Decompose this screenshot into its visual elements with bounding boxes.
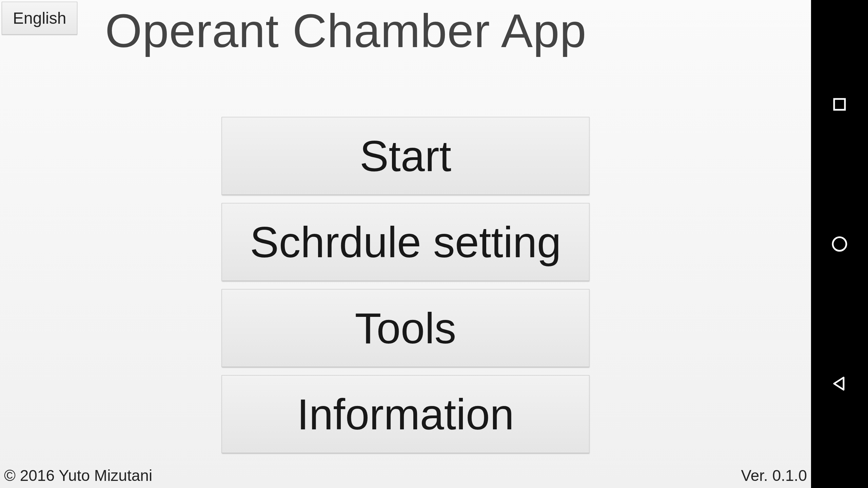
back-icon[interactable] — [830, 374, 849, 393]
android-nav-bar — [811, 0, 868, 488]
start-button[interactable]: Start — [222, 117, 590, 195]
footer: © 2016 Yuto Mizutani Ver. 0.1.0 — [4, 466, 807, 485]
recent-apps-icon[interactable] — [830, 95, 849, 114]
svg-point-1 — [833, 237, 846, 251]
schedule-setting-button[interactable]: Schrdule setting — [222, 203, 590, 281]
information-button[interactable]: Information — [222, 375, 590, 453]
app-content-area: English Operant Chamber App Start Schrdu… — [0, 0, 811, 488]
app-title: Operant Chamber App — [105, 3, 587, 58]
version-text: Ver. 0.1.0 — [741, 466, 807, 485]
main-menu: Start Schrdule setting Tools Information — [222, 117, 590, 453]
svg-rect-0 — [834, 99, 845, 110]
tools-button[interactable]: Tools — [222, 289, 590, 367]
copyright-text: © 2016 Yuto Mizutani — [4, 466, 152, 485]
home-icon[interactable] — [830, 235, 849, 253]
language-button[interactable]: English — [2, 2, 77, 35]
